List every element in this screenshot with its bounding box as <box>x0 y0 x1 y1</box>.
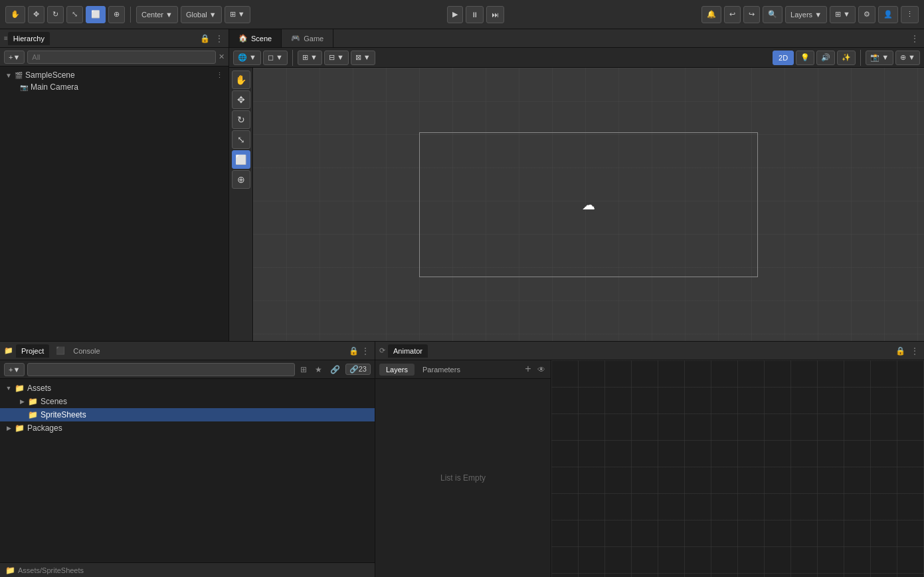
scene-toolbar: 🌐 ▼ ◻ ▼ ⊞ ▼ ⊟ ▼ ⊠ ▼ 2D 💡 🔊 ✨ 📸 ▼ ⊕ ▼ <box>229 48 924 68</box>
animator-eye-btn[interactable]: 👁 <box>536 364 547 376</box>
scene-area: 🏠 Scene 🎮 Game ⋮ 🌐 ▼ ◻ ▼ ⊞ ▼ ⊟ ▼ ⊠ ▼ 2D … <box>229 29 924 341</box>
animator-graph[interactable] <box>551 360 924 577</box>
project-sync-btn[interactable]: 🔗 <box>327 364 343 376</box>
hierarchy-more-btn[interactable]: ⋮ <box>214 33 225 45</box>
project-panel: 📁 Project ⬛ Console 🔒 ⋮ +▼ ⊞ ★ 🔗 🔗23 <box>0 342 375 577</box>
project-view-btn[interactable]: ⊞ <box>298 364 310 376</box>
animator-parameters-label: Parameters <box>422 366 460 374</box>
side-rotate-btn[interactable]: ↻ <box>232 110 250 129</box>
top-toolbar: ✋ ✥ ↻ ⤡ ⬜ ⊕ Center ▼ Global ▼ ⊞ ▼ ▶ ⏸ ⏭ … <box>0 0 924 29</box>
project-content: ▼ 📁 Assets ▶ 📁 Scenes 📁 SpriteSheets ▶ 📁… <box>0 379 375 562</box>
search-btn[interactable]: 🔍 <box>763 6 783 23</box>
pause-btn[interactable]: ⏸ <box>466 6 484 23</box>
scene-cam-btn[interactable]: 📸 ▼ <box>866 51 893 65</box>
project-tab-label: Project <box>21 347 44 355</box>
animator-lock-btn[interactable]: 🔒 <box>894 345 907 357</box>
side-transform-btn[interactable]: ⊕ <box>232 170 250 189</box>
spritesheets-folder-icon: 📁 <box>28 410 38 419</box>
scene-tab-bar: 🏠 Scene 🎮 Game ⋮ <box>229 29 924 48</box>
animator-sub-tab-actions: + 👁 <box>522 363 547 376</box>
layers-btn[interactable]: Layers ▼ <box>785 6 827 23</box>
more-btn[interactable]: ⋮ <box>901 6 919 23</box>
side-scale-btn[interactable]: ⤡ <box>232 130 250 149</box>
hierarchy-tab-icon: ≡ <box>4 35 8 42</box>
scene-more-btn[interactable]: ⋮ <box>909 33 920 45</box>
packages-folder[interactable]: ▶ 📁 Packages <box>0 421 375 435</box>
scene-content: ✋ ✥ ↻ ⤡ ⬜ ⊕ ☁ <box>229 68 924 341</box>
hand-tool-btn[interactable]: ✋ <box>5 6 25 23</box>
undo-btn[interactable]: ↩ <box>724 6 741 23</box>
shading-btn[interactable]: 🌐 ▼ <box>233 51 261 65</box>
hierarchy-search-input[interactable] <box>27 51 216 64</box>
scene-side-tools: ✋ ✥ ↻ ⤡ ⬜ ⊕ <box>229 68 253 341</box>
hierarchy-scene-item[interactable]: ▼ 🎬 SampleScene ⋮ <box>0 69 229 81</box>
animator-tab[interactable]: Animator <box>388 344 428 358</box>
overlay-btn[interactable]: ⊠ ▼ <box>351 51 375 65</box>
animator-add-layer-btn[interactable]: + <box>522 363 533 375</box>
scene-light-btn[interactable]: 💡 <box>796 51 814 65</box>
hierarchy-camera-item[interactable]: 📷 Main Camera <box>0 81 229 93</box>
assets-folder[interactable]: ▼ 📁 Assets <box>0 382 375 395</box>
hierarchy-search-clear[interactable]: ✕ <box>219 53 225 61</box>
hierarchy-add-label: +▼ <box>9 53 20 61</box>
game-tab-label: Game <box>304 35 323 43</box>
animator-panel: ⟳ Animator 🔒 ⋮ Layers Parameters <box>375 342 924 577</box>
scale-tool-btn[interactable]: ⤡ <box>66 6 83 23</box>
project-tab[interactable]: Project <box>16 344 49 358</box>
project-lock-btn[interactable]: 🔒 <box>347 345 360 357</box>
scene-fx-btn[interactable]: ✨ <box>837 51 856 65</box>
scene-audio-btn[interactable]: 🔊 <box>816 51 835 65</box>
global-btn[interactable]: Global ▼ <box>181 6 222 23</box>
main-layout: ≡ Hierarchy 🔒 ⋮ +▼ ✕ ▼ 🎬 SampleScene <box>0 29 924 341</box>
move-tool-btn[interactable]: ✥ <box>28 6 45 23</box>
game-tab[interactable]: 🎮 Game <box>282 29 333 47</box>
animator-layers-tab[interactable]: Layers <box>379 364 415 376</box>
bottom-panels: 📁 Project ⬛ Console 🔒 ⋮ +▼ ⊞ ★ 🔗 🔗23 <box>0 341 924 577</box>
rect-tool-btn[interactable]: ⬜ <box>86 6 106 23</box>
animator-parameters-tab[interactable]: Parameters <box>416 364 467 376</box>
layout-btn[interactable]: ⊞ ▼ <box>830 6 856 23</box>
project-more-btn[interactable]: ⋮ <box>360 345 371 357</box>
console-tab[interactable]: Console <box>68 344 105 358</box>
scenes-folder-icon: 📁 <box>28 397 38 406</box>
scenes-label: Scenes <box>41 397 67 406</box>
scene-gizmo-btn[interactable]: ⊕ ▼ <box>895 51 920 65</box>
settings-btn[interactable]: ⚙ <box>858 6 876 23</box>
scenes-arrow: ▶ <box>19 398 25 405</box>
step-btn[interactable]: ⏭ <box>486 6 504 23</box>
project-search-input[interactable] <box>27 363 294 376</box>
scenes-folder[interactable]: ▶ 📁 Scenes <box>0 395 375 408</box>
scene-tab[interactable]: 🏠 Scene <box>229 29 282 47</box>
spritesheets-folder[interactable]: 📁 SpriteSheets <box>0 408 375 421</box>
scene-sep2 <box>860 50 861 66</box>
redo-btn[interactable]: ↪ <box>743 6 760 23</box>
snap-btn[interactable]: ⊞ ▼ <box>225 6 250 23</box>
animator-more-btn[interactable]: ⋮ <box>909 345 920 357</box>
console-tab-icon: ⬛ <box>56 346 65 355</box>
scene-label: SampleScene <box>25 70 75 80</box>
animator-layer-area: List is Empty <box>375 379 551 577</box>
play-btn[interactable]: ▶ <box>447 6 463 23</box>
grid-snap-btn[interactable]: ⊞ ▼ <box>298 51 322 65</box>
snap-settings-btn[interactable]: ⊟ ▼ <box>324 51 349 65</box>
spritesheets-label: SpriteSheets <box>41 410 86 419</box>
hierarchy-panel: ≡ Hierarchy 🔒 ⋮ +▼ ✕ ▼ 🎬 SampleScene <box>0 29 229 341</box>
transform-tool-btn[interactable]: ⊕ <box>108 6 125 23</box>
hierarchy-lock-btn[interactable]: 🔒 <box>199 33 211 45</box>
scene-options-btn[interactable]: ⋮ <box>216 71 223 80</box>
side-rect-btn[interactable]: ⬜ <box>232 150 250 169</box>
pivot-btn[interactable]: Center ▼ <box>136 6 178 23</box>
side-hand-btn[interactable]: ✋ <box>232 70 250 89</box>
collab-btn[interactable]: 🔔 <box>701 6 721 23</box>
project-favorites-btn[interactable]: ★ <box>312 364 325 376</box>
rotate-tool-btn[interactable]: ↻ <box>47 6 64 23</box>
hierarchy-add-btn[interactable]: +▼ <box>4 51 25 64</box>
scene-2d-btn[interactable]: 2D <box>773 51 794 65</box>
project-add-btn[interactable]: +▼ <box>4 363 25 376</box>
animator-layers-label: Layers <box>386 366 408 374</box>
display-btn[interactable]: ◻ ▼ <box>263 51 288 65</box>
hierarchy-tab[interactable]: Hierarchy <box>8 32 50 45</box>
side-move-btn[interactable]: ✥ <box>232 90 250 109</box>
scene-viewport[interactable]: ☁ <box>253 68 924 341</box>
account-btn[interactable]: 👤 <box>878 6 898 23</box>
